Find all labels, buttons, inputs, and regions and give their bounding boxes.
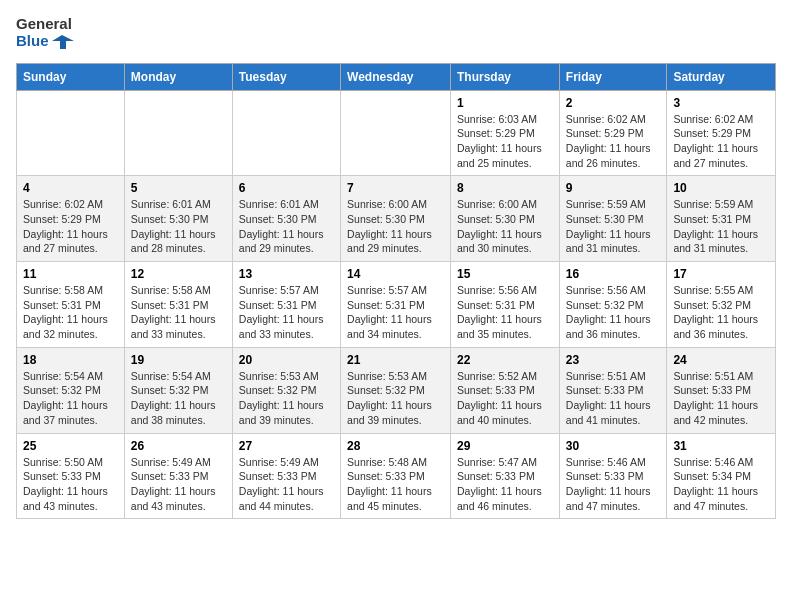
week-row-5: 25Sunrise: 5:50 AM Sunset: 5:33 PM Dayli… bbox=[17, 433, 776, 519]
calendar-cell: 26Sunrise: 5:49 AM Sunset: 5:33 PM Dayli… bbox=[124, 433, 232, 519]
cell-info: Sunrise: 5:53 AM Sunset: 5:32 PM Dayligh… bbox=[239, 369, 334, 428]
calendar-cell: 8Sunrise: 6:00 AM Sunset: 5:30 PM Daylig… bbox=[451, 176, 560, 262]
calendar-cell: 9Sunrise: 5:59 AM Sunset: 5:30 PM Daylig… bbox=[559, 176, 667, 262]
cell-date: 30 bbox=[566, 439, 661, 453]
week-row-4: 18Sunrise: 5:54 AM Sunset: 5:32 PM Dayli… bbox=[17, 347, 776, 433]
calendar-cell: 1Sunrise: 6:03 AM Sunset: 5:29 PM Daylig… bbox=[451, 90, 560, 176]
cell-date: 31 bbox=[673, 439, 769, 453]
cell-info: Sunrise: 6:02 AM Sunset: 5:29 PM Dayligh… bbox=[673, 112, 769, 171]
cell-info: Sunrise: 5:52 AM Sunset: 5:33 PM Dayligh… bbox=[457, 369, 553, 428]
cell-date: 28 bbox=[347, 439, 444, 453]
cell-info: Sunrise: 6:01 AM Sunset: 5:30 PM Dayligh… bbox=[239, 197, 334, 256]
cell-info: Sunrise: 5:49 AM Sunset: 5:33 PM Dayligh… bbox=[239, 455, 334, 514]
cell-info: Sunrise: 5:58 AM Sunset: 5:31 PM Dayligh… bbox=[23, 283, 118, 342]
calendar-cell bbox=[232, 90, 340, 176]
logo-bird-icon bbox=[52, 33, 74, 51]
calendar-cell: 24Sunrise: 5:51 AM Sunset: 5:33 PM Dayli… bbox=[667, 347, 776, 433]
week-row-1: 1Sunrise: 6:03 AM Sunset: 5:29 PM Daylig… bbox=[17, 90, 776, 176]
day-header-saturday: Saturday bbox=[667, 63, 776, 90]
cell-info: Sunrise: 5:57 AM Sunset: 5:31 PM Dayligh… bbox=[239, 283, 334, 342]
cell-date: 6 bbox=[239, 181, 334, 195]
cell-date: 7 bbox=[347, 181, 444, 195]
calendar-cell bbox=[17, 90, 125, 176]
cell-date: 21 bbox=[347, 353, 444, 367]
cell-info: Sunrise: 5:47 AM Sunset: 5:33 PM Dayligh… bbox=[457, 455, 553, 514]
calendar-cell: 28Sunrise: 5:48 AM Sunset: 5:33 PM Dayli… bbox=[341, 433, 451, 519]
cell-info: Sunrise: 6:02 AM Sunset: 5:29 PM Dayligh… bbox=[23, 197, 118, 256]
cell-info: Sunrise: 6:02 AM Sunset: 5:29 PM Dayligh… bbox=[566, 112, 661, 171]
logo-general: General bbox=[16, 16, 74, 33]
logo-blue: Blue bbox=[16, 33, 74, 51]
cell-date: 27 bbox=[239, 439, 334, 453]
calendar-cell: 18Sunrise: 5:54 AM Sunset: 5:32 PM Dayli… bbox=[17, 347, 125, 433]
calendar-cell bbox=[124, 90, 232, 176]
cell-date: 22 bbox=[457, 353, 553, 367]
page-header: General Blue bbox=[16, 16, 776, 51]
cell-date: 4 bbox=[23, 181, 118, 195]
calendar-cell: 4Sunrise: 6:02 AM Sunset: 5:29 PM Daylig… bbox=[17, 176, 125, 262]
calendar-cell: 12Sunrise: 5:58 AM Sunset: 5:31 PM Dayli… bbox=[124, 262, 232, 348]
cell-info: Sunrise: 5:56 AM Sunset: 5:31 PM Dayligh… bbox=[457, 283, 553, 342]
cell-info: Sunrise: 5:54 AM Sunset: 5:32 PM Dayligh… bbox=[23, 369, 118, 428]
week-row-2: 4Sunrise: 6:02 AM Sunset: 5:29 PM Daylig… bbox=[17, 176, 776, 262]
cell-date: 13 bbox=[239, 267, 334, 281]
cell-info: Sunrise: 5:54 AM Sunset: 5:32 PM Dayligh… bbox=[131, 369, 226, 428]
cell-info: Sunrise: 5:51 AM Sunset: 5:33 PM Dayligh… bbox=[673, 369, 769, 428]
calendar-body: 1Sunrise: 6:03 AM Sunset: 5:29 PM Daylig… bbox=[17, 90, 776, 519]
calendar-cell: 30Sunrise: 5:46 AM Sunset: 5:33 PM Dayli… bbox=[559, 433, 667, 519]
calendar-cell: 5Sunrise: 6:01 AM Sunset: 5:30 PM Daylig… bbox=[124, 176, 232, 262]
day-header-sunday: Sunday bbox=[17, 63, 125, 90]
calendar-cell: 25Sunrise: 5:50 AM Sunset: 5:33 PM Dayli… bbox=[17, 433, 125, 519]
cell-date: 1 bbox=[457, 96, 553, 110]
calendar-cell: 31Sunrise: 5:46 AM Sunset: 5:34 PM Dayli… bbox=[667, 433, 776, 519]
cell-date: 10 bbox=[673, 181, 769, 195]
calendar-cell: 7Sunrise: 6:00 AM Sunset: 5:30 PM Daylig… bbox=[341, 176, 451, 262]
calendar-cell: 19Sunrise: 5:54 AM Sunset: 5:32 PM Dayli… bbox=[124, 347, 232, 433]
day-header-monday: Monday bbox=[124, 63, 232, 90]
cell-date: 3 bbox=[673, 96, 769, 110]
cell-info: Sunrise: 5:50 AM Sunset: 5:33 PM Dayligh… bbox=[23, 455, 118, 514]
cell-date: 16 bbox=[566, 267, 661, 281]
calendar-cell: 10Sunrise: 5:59 AM Sunset: 5:31 PM Dayli… bbox=[667, 176, 776, 262]
cell-info: Sunrise: 6:00 AM Sunset: 5:30 PM Dayligh… bbox=[457, 197, 553, 256]
cell-date: 29 bbox=[457, 439, 553, 453]
cell-date: 2 bbox=[566, 96, 661, 110]
cell-info: Sunrise: 5:46 AM Sunset: 5:33 PM Dayligh… bbox=[566, 455, 661, 514]
cell-date: 15 bbox=[457, 267, 553, 281]
cell-info: Sunrise: 5:48 AM Sunset: 5:33 PM Dayligh… bbox=[347, 455, 444, 514]
calendar-cell: 2Sunrise: 6:02 AM Sunset: 5:29 PM Daylig… bbox=[559, 90, 667, 176]
cell-date: 8 bbox=[457, 181, 553, 195]
cell-date: 26 bbox=[131, 439, 226, 453]
cell-date: 5 bbox=[131, 181, 226, 195]
cell-date: 14 bbox=[347, 267, 444, 281]
cell-date: 25 bbox=[23, 439, 118, 453]
cell-info: Sunrise: 5:53 AM Sunset: 5:32 PM Dayligh… bbox=[347, 369, 444, 428]
calendar-cell: 6Sunrise: 6:01 AM Sunset: 5:30 PM Daylig… bbox=[232, 176, 340, 262]
calendar-cell: 14Sunrise: 5:57 AM Sunset: 5:31 PM Dayli… bbox=[341, 262, 451, 348]
cell-date: 20 bbox=[239, 353, 334, 367]
cell-date: 19 bbox=[131, 353, 226, 367]
day-header-wednesday: Wednesday bbox=[341, 63, 451, 90]
calendar-cell bbox=[341, 90, 451, 176]
calendar-cell: 23Sunrise: 5:51 AM Sunset: 5:33 PM Dayli… bbox=[559, 347, 667, 433]
cell-date: 24 bbox=[673, 353, 769, 367]
cell-info: Sunrise: 6:00 AM Sunset: 5:30 PM Dayligh… bbox=[347, 197, 444, 256]
calendar-cell: 11Sunrise: 5:58 AM Sunset: 5:31 PM Dayli… bbox=[17, 262, 125, 348]
day-header-thursday: Thursday bbox=[451, 63, 560, 90]
day-header-friday: Friday bbox=[559, 63, 667, 90]
calendar-cell: 3Sunrise: 6:02 AM Sunset: 5:29 PM Daylig… bbox=[667, 90, 776, 176]
cell-info: Sunrise: 5:49 AM Sunset: 5:33 PM Dayligh… bbox=[131, 455, 226, 514]
svg-marker-0 bbox=[52, 35, 74, 49]
cell-date: 12 bbox=[131, 267, 226, 281]
cell-info: Sunrise: 5:59 AM Sunset: 5:31 PM Dayligh… bbox=[673, 197, 769, 256]
calendar-cell: 21Sunrise: 5:53 AM Sunset: 5:32 PM Dayli… bbox=[341, 347, 451, 433]
cell-info: Sunrise: 6:01 AM Sunset: 5:30 PM Dayligh… bbox=[131, 197, 226, 256]
cell-info: Sunrise: 5:58 AM Sunset: 5:31 PM Dayligh… bbox=[131, 283, 226, 342]
cell-info: Sunrise: 5:51 AM Sunset: 5:33 PM Dayligh… bbox=[566, 369, 661, 428]
header-row: SundayMondayTuesdayWednesdayThursdayFrid… bbox=[17, 63, 776, 90]
cell-info: Sunrise: 6:03 AM Sunset: 5:29 PM Dayligh… bbox=[457, 112, 553, 171]
calendar-header: SundayMondayTuesdayWednesdayThursdayFrid… bbox=[17, 63, 776, 90]
cell-info: Sunrise: 5:55 AM Sunset: 5:32 PM Dayligh… bbox=[673, 283, 769, 342]
calendar-table: SundayMondayTuesdayWednesdayThursdayFrid… bbox=[16, 63, 776, 520]
calendar-cell: 27Sunrise: 5:49 AM Sunset: 5:33 PM Dayli… bbox=[232, 433, 340, 519]
